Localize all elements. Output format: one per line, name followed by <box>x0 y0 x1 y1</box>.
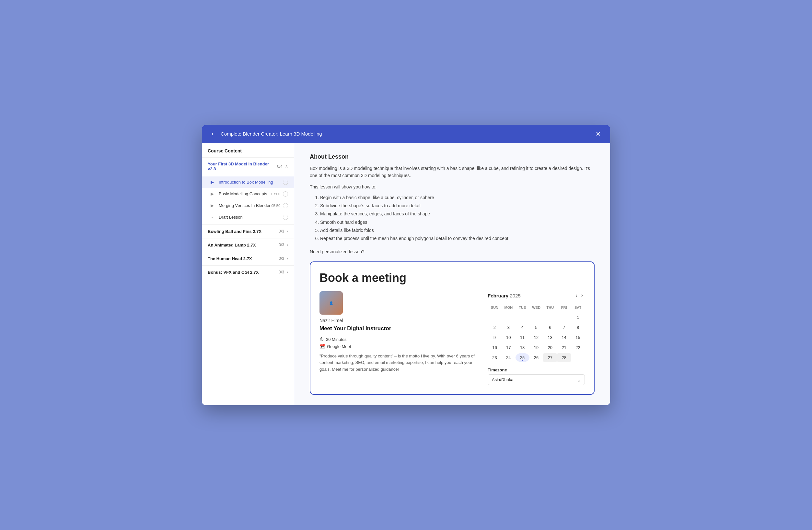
lesson-title: Basic Modelling Concepts <box>219 191 271 196</box>
collapsed-section-animated-lamp[interactable]: An Animated Lamp 2.7X 0/3 › <box>202 238 294 252</box>
header: ‹ Complete Blender Creator: Learn 3D Mod… <box>202 125 610 143</box>
calendar-day-empty <box>502 313 516 322</box>
header-title: Complete Blender Creator: Learn 3D Model… <box>221 131 593 137</box>
calendar-day-header: SUN <box>488 304 502 311</box>
calendar-prev-button[interactable]: ‹ <box>574 291 579 300</box>
calendar-day: 19 <box>530 343 543 352</box>
calendar-month-year: February 2025 <box>488 293 574 298</box>
section-header-expanded[interactable]: Your First 3D Model In Blender v2.8 0/4 … <box>202 158 294 175</box>
lesson-step: Manipulate the vertices, edges, and face… <box>320 210 595 218</box>
calendar-day[interactable]: 28 <box>557 353 571 362</box>
calendar-day: 4 <box>516 323 530 332</box>
back-button[interactable]: ‹ <box>208 128 217 139</box>
instructor-section: 👤 Nazir Himel Meet Your Digital Instruct… <box>319 291 479 385</box>
calendar-section: February 2025 ‹ › SUNMONTUEWEDTHUFRISAT … <box>488 291 585 385</box>
calendar-next-button[interactable]: › <box>579 291 585 300</box>
lesson-item[interactable]: ▶ Merging Vertices In Blender 05:50 <box>202 200 294 211</box>
calendar-day: 1 <box>571 313 585 322</box>
timezone-section: Timezone Asia/Dhaka <box>488 367 585 385</box>
lesson-item[interactable]: ▶ Introduction to Box Modelling <box>202 177 294 188</box>
lesson-item[interactable]: ▶ Basic Modelling Concepts 07:00 <box>202 188 294 200</box>
collapsed-section-bonus-vfx[interactable]: Bonus: VFX and CGI 2.7X 0/3 › <box>202 266 294 279</box>
calendar-day: 25 <box>516 353 530 362</box>
calendar-week: 232425262728 <box>488 353 585 362</box>
lesson-title: Draft Lesson <box>219 215 283 220</box>
instructor-avatar: 👤 <box>319 291 343 315</box>
calendar-day-header: SAT <box>571 304 585 311</box>
calendar-day: 26 <box>530 353 543 362</box>
booking-content: 👤 Nazir Himel Meet Your Digital Instruct… <box>319 291 585 385</box>
clock-icon: ⏱ <box>319 337 324 342</box>
lesson-checkbox[interactable] <box>283 215 288 220</box>
instructor-tagline: Meet Your Digital Instructor <box>319 325 479 332</box>
lesson-checkbox[interactable] <box>283 191 288 197</box>
instructor-bio: "Produce value through quality content" … <box>319 353 479 372</box>
calendar-week: 2345678 <box>488 323 585 332</box>
close-button[interactable]: ✕ <box>593 129 604 139</box>
calendar-day: 23 <box>488 353 502 362</box>
collapsed-section-human-head[interactable]: The Human Head 2.7X 0/3 › <box>202 252 294 266</box>
lesson-title: Merging Vertices In Blender <box>219 203 271 208</box>
back-icon: ‹ <box>212 130 214 137</box>
lesson-play-icon: ▶ <box>209 191 216 197</box>
calendar-day: 16 <box>488 343 502 352</box>
app-window: ‹ Complete Blender Creator: Learn 3D Mod… <box>202 125 610 405</box>
lesson-description-2: This lesson will show you how to: <box>310 183 595 191</box>
calendar-day: 20 <box>543 343 557 352</box>
calendar-day-headers: SUNMONTUEWEDTHUFRISAT <box>488 304 585 311</box>
timezone-label: Timezone <box>488 367 585 372</box>
lesson-list: ▶ Introduction to Box Modelling ▶ Basic … <box>202 175 294 224</box>
lesson-steps: Begin with a basic shape, like a cube, c… <box>310 194 595 242</box>
main-layout: Course Content Your First 3D Model In Bl… <box>202 143 610 405</box>
calendar-day-header: MON <box>502 304 516 311</box>
lesson-title: Introduction to Box Modelling <box>219 180 283 184</box>
calendar-day: 6 <box>543 323 557 332</box>
calendar-day: 22 <box>571 343 585 352</box>
chevron-right-icon: › <box>287 229 288 234</box>
section-progress: 0/4 <box>277 164 282 169</box>
lesson-item[interactable]: ▪ Draft Lesson <box>202 211 294 223</box>
lesson-step: Begin with a basic shape, like a cube, c… <box>320 194 595 202</box>
calendar-day: 8 <box>571 323 585 332</box>
content-area: About Lesson Box modeling is a 3D modeli… <box>294 143 610 405</box>
calendar-grid: SUNMONTUEWEDTHUFRISAT 123456789101112131… <box>488 304 585 362</box>
google-meet-icon: 📅 <box>319 344 325 349</box>
timezone-select-wrapper: Asia/Dhaka <box>488 374 585 385</box>
duration-text: 30 Minutes <box>326 337 347 342</box>
lesson-step: Smooth out hard edges <box>320 218 595 226</box>
collapsed-section-progress: 0/3 <box>279 242 284 247</box>
collapsed-section-bowling-ball[interactable]: Bowling Ball and Pins 2.7X 0/3 › <box>202 225 294 238</box>
chevron-right-icon: › <box>287 256 288 261</box>
lesson-step: Repeat the process until the mesh has en… <box>320 235 595 242</box>
collapsed-section-title: Bowling Ball and Pins 2.7X <box>208 229 279 234</box>
lesson-description-1: Box modeling is a 3D modeling technique … <box>310 165 595 179</box>
instructor-name: Nazir Himel <box>319 318 479 323</box>
sidebar: Course Content Your First 3D Model In Bl… <box>202 143 294 405</box>
meeting-duration: ⏱ 30 Minutes <box>319 337 479 342</box>
calendar-day-empty <box>543 313 557 322</box>
calendar-day: 21 <box>557 343 571 352</box>
calendar-day[interactable]: 27 <box>543 353 557 362</box>
chevron-right-icon: › <box>287 242 288 247</box>
calendar-day: 12 <box>530 333 543 342</box>
calendar-day-empty <box>571 353 585 362</box>
calendar-day: 15 <box>571 333 585 342</box>
close-icon: ✕ <box>596 130 601 138</box>
calendar-week: 1 <box>488 313 585 322</box>
calendar-day-header: FRI <box>557 304 571 311</box>
calendar-day: 24 <box>502 353 516 362</box>
calendar-day-header: WED <box>530 304 543 311</box>
calendar-day-empty <box>557 313 571 322</box>
calendar-day: 9 <box>488 333 502 342</box>
timezone-select[interactable]: Asia/Dhaka <box>488 374 585 385</box>
sidebar-title: Course Content <box>202 143 294 158</box>
about-lesson-title: About Lesson <box>310 153 595 160</box>
calendar-day: 18 <box>516 343 530 352</box>
lesson-step: Add details like fabric folds <box>320 226 595 235</box>
lesson-checkbox[interactable] <box>283 203 288 208</box>
calendar-week: 9101112131415 <box>488 333 585 342</box>
lesson-play-icon: ▪ <box>209 214 216 221</box>
lesson-checkbox[interactable] <box>283 180 288 185</box>
collapsed-section-progress: 0/3 <box>279 270 284 275</box>
calendar-day: 17 <box>502 343 516 352</box>
